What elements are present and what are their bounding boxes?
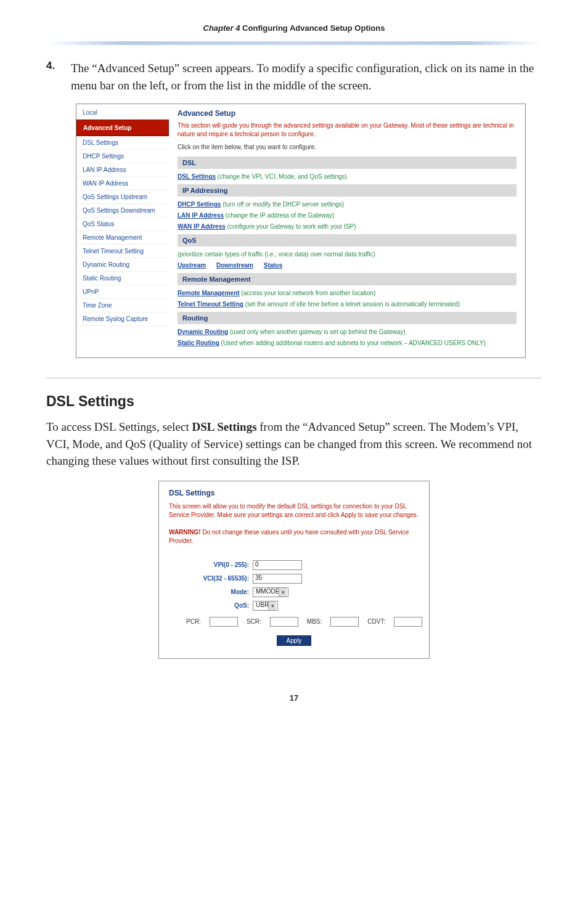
chapter-number: Chapter 4 (203, 23, 240, 33)
sr-line: Static Routing (Used when adding additio… (178, 339, 517, 347)
routing-block-head: Routing (178, 312, 517, 324)
ip-block-head: IP Addressing (178, 184, 517, 197)
main-panel: Advanced Setup This section will guide y… (169, 104, 525, 357)
qos-downstream-link[interactable]: Downstream (216, 262, 253, 269)
qos-label: QoS: (169, 602, 249, 609)
sidebar-item-qos-status[interactable]: QoS Status (76, 218, 169, 231)
mbs-input[interactable] (330, 617, 359, 627)
section-divider (46, 378, 542, 378)
qos-links: Upstream Downstream Status (178, 261, 517, 269)
dsl-settings-screenshot: DSL Settings This screen will allow you … (158, 481, 430, 659)
apply-button[interactable]: Apply (277, 635, 311, 646)
sidebar-item-remote-mgmt[interactable]: Remote Management (76, 231, 169, 245)
chapter-title: Configuring Advanced Setup Options (240, 23, 385, 33)
step-4: 4. The “Advanced Setup” screen appears. … (46, 60, 542, 94)
qos-upstream-link[interactable]: Upstream (178, 262, 206, 269)
dsl-settings-line: DSL Settings (change the VPI, VCI, Mode,… (178, 173, 517, 181)
dsl-intro-text: This screen will allow you to modify the… (169, 503, 419, 518)
dsl-desc: (change the VPI, VCI, Mode, and QoS sett… (216, 173, 347, 180)
dr-line: Dynamic Routing (used only when another … (178, 328, 517, 336)
dhcp-link[interactable]: DHCP Settings (178, 201, 221, 208)
header-gradient (46, 41, 542, 45)
sr-desc: (Used when adding additional routers and… (219, 340, 486, 346)
pcr-input[interactable] (210, 617, 238, 627)
section-title: DSL Settings (46, 393, 542, 410)
dhcp-line: DHCP Settings (turn off or modify the DH… (178, 200, 517, 208)
rm-desc: (access your local network from another … (240, 290, 376, 296)
vpi-row: VPI(0 - 255): 0 (169, 560, 419, 570)
tt-link[interactable]: Telnet Timeout Setting (178, 301, 243, 308)
lan-desc: (change the IP address of the Gateway) (224, 212, 334, 219)
vci-row: VCI(32 - 65535): 35 (169, 574, 419, 584)
sidebar-item-dynamic-routing[interactable]: Dynamic Routing (76, 258, 169, 272)
mode-label: Mode: (169, 589, 249, 595)
chapter-header: Chapter 4 Configuring Advanced Setup Opt… (46, 23, 542, 36)
vpi-label: VPI(0 - 255): (169, 561, 249, 568)
qos-row: QoS: UBR (169, 601, 419, 611)
vci-input[interactable]: 35 (253, 574, 302, 584)
sidebar-item-wan-ip[interactable]: WAN IP Address (76, 177, 169, 190)
sidebar-item-advanced-setup[interactable]: Advanced Setup (76, 120, 169, 136)
section-para: To access DSL Settings, select DSL Setti… (46, 418, 542, 470)
advanced-setup-screenshot: Local Advanced Setup DSL Settings DHCP S… (76, 104, 526, 358)
dsl-block-head: DSL (178, 157, 517, 169)
mbs-label: MBS: (307, 618, 322, 625)
warning-label: WARNING! (169, 529, 201, 536)
mode-row: Mode: MMODE (169, 587, 419, 597)
tt-desc: (set the amount of idle time before a te… (243, 301, 460, 308)
wan-desc: (configure your Gateway to work with you… (226, 223, 356, 230)
qos-block-head: QoS (178, 234, 517, 247)
qos-select[interactable]: UBR (253, 601, 278, 611)
dhcp-desc: (turn off or modify the DHCP server sett… (221, 201, 344, 208)
pcr-label: PCR: (186, 618, 201, 625)
rm-line: Remote Management (access your local net… (178, 289, 517, 297)
rate-row: PCR: SCR: MBS: CDVT: (186, 617, 419, 627)
lan-link[interactable]: LAN IP Address (178, 212, 224, 219)
scr-input[interactable] (270, 617, 298, 627)
sr-link[interactable]: Static Routing (178, 340, 219, 346)
sidebar-item-dhcp-settings[interactable]: DHCP Settings (76, 150, 169, 163)
cdvt-label: CDVT: (367, 618, 385, 625)
scr-label: SCR: (247, 618, 261, 625)
intro-warning: This section will guide you through the … (178, 121, 517, 139)
lan-line: LAN IP Address (change the IP address of… (178, 211, 517, 219)
dsl-intro: This screen will allow you to modify the… (169, 502, 419, 545)
rm-link[interactable]: Remote Management (178, 290, 240, 296)
step-number: 4. (46, 60, 60, 94)
vci-label: VCI(32 - 65535): (169, 575, 249, 582)
sidebar-item-remote-syslog[interactable]: Remote Syslog Capture (76, 312, 169, 326)
dr-link[interactable]: Dynamic Routing (178, 328, 228, 335)
step-text: The “Advanced Setup” screen appears. To … (71, 60, 542, 94)
dsl-panel-title: DSL Settings (169, 489, 419, 497)
sidebar-item-local[interactable]: Local (76, 104, 169, 120)
page-number: 17 (46, 693, 542, 703)
sidebar-item-time-zone[interactable]: Time Zone (76, 299, 169, 312)
qos-desc: (prioritize certain types of traffic (i.… (178, 250, 517, 258)
sidebar-item-lan-ip[interactable]: LAN IP Address (76, 163, 169, 177)
sidebar-item-dsl-settings[interactable]: DSL Settings (76, 136, 169, 150)
sidebar-item-upnp[interactable]: UPnP (76, 285, 169, 299)
sidebar: Local Advanced Setup DSL Settings DHCP S… (76, 104, 169, 357)
wan-line: WAN IP Address (configure your Gateway t… (178, 222, 517, 230)
wan-link[interactable]: WAN IP Address (178, 223, 226, 230)
rm-block-head: Remote Management (178, 273, 517, 285)
apply-row: Apply (169, 635, 419, 646)
vpi-input[interactable]: 0 (253, 560, 302, 570)
panel-title: Advanced Setup (178, 109, 517, 118)
qos-status-link[interactable]: Status (264, 262, 283, 269)
sidebar-item-qos-down[interactable]: QoS Settings Downstream (76, 204, 169, 218)
mode-select[interactable]: MMODE (253, 587, 288, 597)
sidebar-item-qos-up[interactable]: QoS Settings Upstream (76, 190, 169, 204)
dsl-settings-link[interactable]: DSL Settings (178, 173, 216, 180)
sidebar-item-static-routing[interactable]: Static Routing (76, 272, 169, 285)
dr-desc: (used only when another gateway is set u… (228, 328, 405, 335)
sidebar-item-telnet-timeout[interactable]: Telnet Timeout Setting (76, 245, 169, 258)
intro-plain: Click on the item below, that you want t… (178, 144, 517, 150)
warning-text: Do not change these values until you hav… (169, 529, 409, 544)
tt-line: Telnet Timeout Setting (set the amount o… (178, 300, 517, 308)
cdvt-input[interactable] (394, 617, 422, 627)
